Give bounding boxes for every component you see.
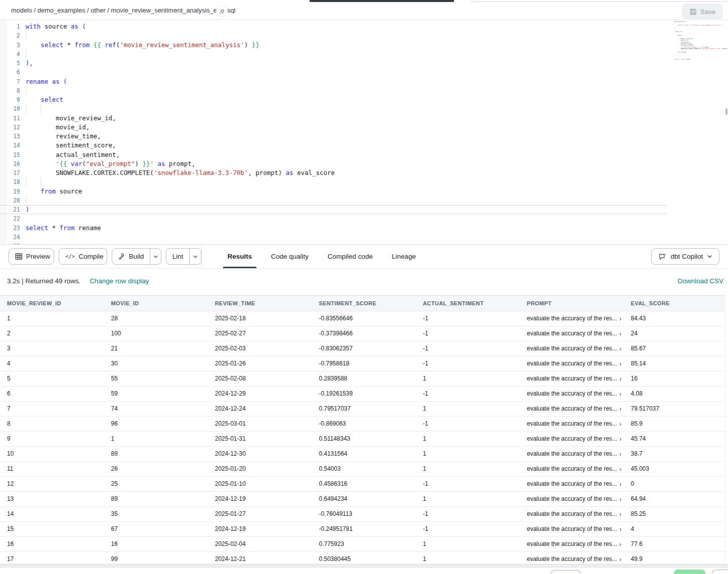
table-cell: -1 [416, 476, 520, 491]
column-header-prompt[interactable]: PROMPT [520, 296, 624, 311]
prompt-expand-icon[interactable]: › [620, 510, 622, 517]
build-button[interactable]: Build [112, 248, 161, 265]
code-line[interactable]: 12 movie_id, [0, 123, 728, 132]
code-line[interactable]: 15 actual_sentiment, [0, 150, 728, 159]
code-line[interactable]: 1with source as ( [0, 22, 728, 31]
prompt-expand-icon[interactable]: › [620, 435, 622, 442]
line-number: 4 [0, 51, 20, 58]
prompt-expand-icon[interactable]: › [620, 360, 622, 367]
code-line[interactable]: 9 select [0, 95, 728, 104]
editor-scrollbar-thumb[interactable] [725, 108, 727, 115]
code-text: sentiment_score, [26, 141, 728, 150]
line-number: 10 [0, 105, 20, 112]
table-cell: -1 [416, 416, 520, 431]
code-line[interactable]: 4 [0, 50, 728, 59]
code-editor[interactable]: 1with source as (23 select * from {{ ref… [0, 20, 728, 244]
tab-compiled-code[interactable]: Compiled code [318, 245, 382, 268]
code-line[interactable]: 21) [0, 205, 666, 214]
code-line[interactable]: 6 [0, 68, 728, 77]
code-line[interactable]: 24 [0, 233, 728, 242]
table-cell: -1 [416, 386, 520, 401]
table-row: 912025-01-310.511483431evaluate the accu… [0, 431, 728, 446]
compile-button[interactable]: </> Compile [59, 248, 107, 265]
prompt-expand-icon[interactable]: › [620, 405, 622, 412]
prompt-expand-icon[interactable]: › [620, 525, 622, 532]
code-line[interactable]: 16 '{{ var("eval_prompt") }}' as prompt, [0, 159, 728, 168]
bottom-partial-green-button[interactable] [674, 569, 705, 574]
code-line[interactable]: 3 select * from {{ ref('movie_review_sen… [0, 41, 728, 50]
code-line[interactable]: 22 [0, 214, 728, 223]
horizontal-scrollbar-track[interactable] [0, 564, 728, 567]
lint-dropdown-chevron[interactable] [189, 249, 201, 264]
table-row: 4302025-01-26-0.7958618-1evaluate the ac… [0, 356, 728, 371]
code-line[interactable]: 17 SNOWFLAKE.CORTEX.COMPLETE('snowflake-… [0, 168, 728, 177]
prompt-text: evaluate the accuracy of the res... [527, 330, 617, 337]
prompt-expand-icon[interactable]: › [620, 495, 622, 502]
code-text [26, 233, 728, 242]
code-line[interactable]: 19 from source [0, 187, 728, 196]
table-cell: 45.74 [624, 431, 728, 446]
lint-button[interactable]: Lint [166, 248, 201, 265]
breadcrumb[interactable]: models / demo_examples / other / movie_r… [11, 7, 235, 14]
copilot-chat-icon [658, 253, 666, 261]
bottom-partial-button[interactable] [551, 570, 581, 574]
code-line[interactable]: 20 [0, 196, 728, 205]
dbt-copilot-button[interactable]: dbt Copilot [651, 248, 719, 265]
prompt-expand-icon[interactable]: › [620, 480, 622, 487]
table-cell: 9 [0, 431, 104, 446]
prompt-expand-icon[interactable]: › [620, 315, 622, 322]
prompt-expand-icon[interactable]: › [620, 330, 622, 337]
code-line[interactable]: 14 sentiment_score, [0, 141, 728, 150]
code-line[interactable]: 2 [0, 31, 728, 40]
prompt-expand-icon[interactable]: › [620, 555, 622, 562]
preview-button[interactable]: Preview [9, 248, 54, 265]
column-header-actual_sentiment[interactable]: ACTUAL_SENTIMENT [416, 296, 520, 311]
table-cell: 5 [0, 371, 104, 386]
table-cell: 77.6 [624, 536, 728, 551]
code-line[interactable]: 13 review_time, [0, 132, 728, 141]
table-cell: 79.517037 [624, 401, 728, 416]
table-cell: 1 [416, 401, 520, 416]
save-button[interactable]: Save [682, 4, 722, 19]
prompt-cell: evaluate the accuracy of the res...› [520, 356, 624, 371]
code-line[interactable]: 11 movie_review_id, [0, 114, 728, 123]
build-dropdown-chevron[interactable] [150, 249, 161, 264]
minimap[interactable]: with source as ( select * from {{ ref('m… [669, 21, 719, 64]
column-header-eval_score[interactable]: EVAL_SCORE [624, 296, 728, 311]
prompt-expand-icon[interactable]: › [620, 540, 622, 547]
indent-guide [26, 86, 26, 95]
tab-code-quality[interactable]: Code quality [262, 245, 318, 268]
prompt-expand-icon[interactable]: › [620, 345, 622, 352]
code-line[interactable]: 10 [0, 104, 728, 113]
column-header-movie_review_id[interactable]: MOVIE_REVIEW_ID [0, 296, 104, 311]
prompt-expand-icon[interactable]: › [620, 375, 622, 382]
table-row: 5552025-02-080.28395881evaluate the accu… [0, 371, 728, 386]
column-header-movie_id[interactable]: MOVIE_ID [104, 296, 208, 311]
bottom-partial-button[interactable] [712, 569, 728, 574]
table-cell: 16 [104, 536, 208, 551]
code-text: ) [26, 205, 666, 214]
column-header-review_time[interactable]: REVIEW_TIME [208, 296, 312, 311]
indent-guide [26, 50, 26, 59]
tab-results[interactable]: Results [218, 245, 262, 268]
pin-icon[interactable] [216, 6, 227, 17]
table-cell: 100 [104, 326, 208, 341]
code-line[interactable]: 5), [0, 59, 728, 68]
prompt-expand-icon[interactable]: › [620, 465, 622, 472]
tab-lineage[interactable]: Lineage [382, 245, 425, 268]
code-line[interactable]: 7rename as ( [0, 77, 728, 86]
prompt-cell: evaluate the accuracy of the res...› [520, 326, 624, 341]
prompt-expand-icon[interactable]: › [620, 450, 622, 457]
prompt-expand-icon[interactable]: › [620, 420, 622, 427]
table-cell: 8 [0, 416, 104, 431]
prompt-expand-icon[interactable]: › [620, 390, 622, 397]
table-cell: 0.4131564 [312, 446, 416, 461]
code-line[interactable]: 8 [0, 86, 728, 95]
indent-guide [41, 104, 41, 113]
download-csv-link[interactable]: Download CSV [677, 277, 723, 285]
code-line[interactable]: 23select * from rename [0, 224, 728, 233]
change-row-display-link[interactable]: Change row display [90, 277, 149, 285]
code-line[interactable]: 18 [0, 177, 728, 186]
line-number: 23 [0, 225, 20, 232]
column-header-sentiment_score[interactable]: SENTIMENT_SCORE [312, 296, 416, 311]
